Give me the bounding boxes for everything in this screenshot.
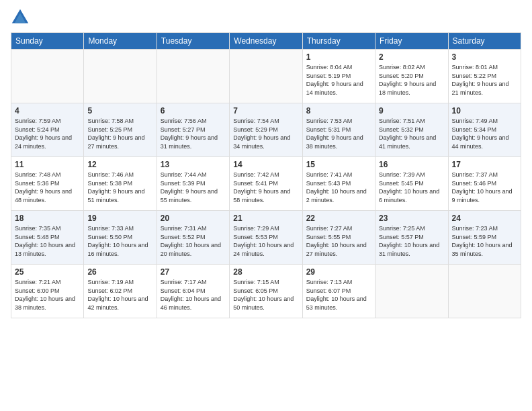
day-info: Sunrise: 7:44 AMSunset: 5:39 PMDaylight:… [161,171,226,204]
day-number: 9 [379,106,444,116]
day-number: 25 [15,267,80,277]
weekday-header: Wednesday [230,33,302,50]
day-info: Sunrise: 7:49 AMSunset: 5:34 PMDaylight:… [452,117,517,150]
calendar-cell: 8Sunrise: 7:53 AMSunset: 5:31 PMDaylight… [302,103,375,157]
calendar-cell [157,50,229,103]
logo-icon [11,8,30,27]
day-number: 23 [379,214,444,223]
day-info: Sunrise: 7:25 AMSunset: 5:57 PMDaylight:… [379,224,444,258]
calendar-cell [448,265,521,318]
calendar: SundayMondayTuesdayWednesdayThursdayFrid… [11,32,521,318]
day-number: 15 [306,160,371,169]
day-info: Sunrise: 7:48 AMSunset: 5:36 PMDaylight:… [15,171,80,204]
calendar-cell: 12Sunrise: 7:46 AMSunset: 5:38 PMDayligh… [84,157,157,211]
day-number: 18 [15,214,80,223]
calendar-cell: 20Sunrise: 7:31 AMSunset: 5:52 PMDayligh… [157,211,229,265]
calendar-week-row: 4Sunrise: 7:59 AMSunset: 5:24 PMDaylight… [11,103,521,157]
calendar-cell: 23Sunrise: 7:25 AMSunset: 5:57 PMDayligh… [375,211,448,265]
weekday-header: Thursday [302,33,375,50]
calendar-week-row: 1Sunrise: 8:04 AMSunset: 5:19 PMDaylight… [11,50,521,103]
day-number: 24 [452,214,517,223]
page: SundayMondayTuesdayWednesdayThursdayFrid… [0,0,532,411]
day-number: 22 [306,214,371,223]
day-number: 6 [161,106,226,116]
day-info: Sunrise: 7:33 AMSunset: 5:50 PMDaylight:… [87,224,152,258]
calendar-cell: 7Sunrise: 7:54 AMSunset: 5:29 PMDaylight… [230,103,302,157]
calendar-cell: 1Sunrise: 8:04 AMSunset: 5:19 PMDaylight… [302,50,375,103]
weekday-header-row: SundayMondayTuesdayWednesdayThursdayFrid… [11,33,521,50]
calendar-cell [230,50,302,103]
calendar-cell: 29Sunrise: 7:13 AMSunset: 6:07 PMDayligh… [302,265,375,318]
calendar-cell: 5Sunrise: 7:58 AMSunset: 5:25 PMDaylight… [84,103,157,157]
calendar-week-row: 18Sunrise: 7:35 AMSunset: 5:48 PMDayligh… [11,211,521,265]
calendar-cell: 17Sunrise: 7:37 AMSunset: 5:46 PMDayligh… [448,157,521,211]
day-number: 19 [87,214,152,223]
calendar-cell: 4Sunrise: 7:59 AMSunset: 5:24 PMDaylight… [11,103,84,157]
calendar-cell [375,265,448,318]
day-number: 16 [379,160,444,169]
day-info: Sunrise: 7:59 AMSunset: 5:24 PMDaylight:… [15,117,80,150]
weekday-header: Tuesday [157,33,229,50]
calendar-cell: 10Sunrise: 7:49 AMSunset: 5:34 PMDayligh… [448,103,521,157]
calendar-cell: 6Sunrise: 7:56 AMSunset: 5:27 PMDaylight… [157,103,229,157]
calendar-cell: 2Sunrise: 8:02 AMSunset: 5:20 PMDaylight… [375,50,448,103]
calendar-cell: 15Sunrise: 7:41 AMSunset: 5:43 PMDayligh… [302,157,375,211]
logo [11,8,32,27]
header [11,8,521,27]
day-number: 8 [306,106,371,116]
day-number: 17 [452,160,517,169]
calendar-cell: 24Sunrise: 7:23 AMSunset: 5:59 PMDayligh… [448,211,521,265]
day-number: 14 [233,160,298,169]
calendar-cell [11,50,84,103]
day-number: 3 [452,52,517,62]
calendar-cell: 11Sunrise: 7:48 AMSunset: 5:36 PMDayligh… [11,157,84,211]
day-number: 26 [87,267,152,277]
calendar-cell [84,50,157,103]
day-number: 1 [306,52,371,62]
calendar-cell: 16Sunrise: 7:39 AMSunset: 5:45 PMDayligh… [375,157,448,211]
day-info: Sunrise: 7:19 AMSunset: 6:02 PMDaylight:… [87,278,152,312]
day-number: 2 [379,52,444,62]
calendar-cell: 28Sunrise: 7:15 AMSunset: 6:05 PMDayligh… [230,265,302,318]
day-info: Sunrise: 8:02 AMSunset: 5:20 PMDaylight:… [379,63,444,97]
day-number: 5 [87,106,152,116]
calendar-cell: 26Sunrise: 7:19 AMSunset: 6:02 PMDayligh… [84,265,157,318]
day-info: Sunrise: 7:35 AMSunset: 5:48 PMDaylight:… [15,224,80,258]
day-number: 7 [233,106,298,116]
day-number: 28 [233,267,298,277]
day-info: Sunrise: 7:27 AMSunset: 5:55 PMDaylight:… [306,224,371,258]
day-number: 4 [15,106,80,116]
day-info: Sunrise: 7:42 AMSunset: 5:41 PMDaylight:… [233,171,298,204]
day-info: Sunrise: 7:29 AMSunset: 5:53 PMDaylight:… [233,224,298,258]
calendar-week-row: 25Sunrise: 7:21 AMSunset: 6:00 PMDayligh… [11,265,521,318]
day-number: 27 [161,267,226,277]
day-info: Sunrise: 7:46 AMSunset: 5:38 PMDaylight:… [87,171,152,204]
calendar-cell: 9Sunrise: 7:51 AMSunset: 5:32 PMDaylight… [375,103,448,157]
calendar-cell: 25Sunrise: 7:21 AMSunset: 6:00 PMDayligh… [11,265,84,318]
day-info: Sunrise: 7:39 AMSunset: 5:45 PMDaylight:… [379,171,444,204]
weekday-header: Monday [84,33,157,50]
day-info: Sunrise: 7:58 AMSunset: 5:25 PMDaylight:… [87,117,152,150]
day-info: Sunrise: 8:04 AMSunset: 5:19 PMDaylight:… [306,63,371,97]
calendar-week-row: 11Sunrise: 7:48 AMSunset: 5:36 PMDayligh… [11,157,521,211]
calendar-cell: 27Sunrise: 7:17 AMSunset: 6:04 PMDayligh… [157,265,229,318]
day-number: 11 [15,160,80,169]
day-info: Sunrise: 8:01 AMSunset: 5:22 PMDaylight:… [452,63,517,97]
day-info: Sunrise: 7:51 AMSunset: 5:32 PMDaylight:… [379,117,444,150]
day-info: Sunrise: 7:41 AMSunset: 5:43 PMDaylight:… [306,171,371,204]
day-info: Sunrise: 7:23 AMSunset: 5:59 PMDaylight:… [452,224,517,258]
day-info: Sunrise: 7:53 AMSunset: 5:31 PMDaylight:… [306,117,371,150]
day-number: 21 [233,214,298,223]
day-info: Sunrise: 7:56 AMSunset: 5:27 PMDaylight:… [161,117,226,150]
calendar-cell: 22Sunrise: 7:27 AMSunset: 5:55 PMDayligh… [302,211,375,265]
day-number: 29 [306,267,371,277]
day-info: Sunrise: 7:31 AMSunset: 5:52 PMDaylight:… [161,224,226,258]
day-number: 20 [161,214,226,223]
day-number: 10 [452,106,517,116]
calendar-cell: 13Sunrise: 7:44 AMSunset: 5:39 PMDayligh… [157,157,229,211]
calendar-cell: 21Sunrise: 7:29 AMSunset: 5:53 PMDayligh… [230,211,302,265]
weekday-header: Sunday [11,33,84,50]
day-info: Sunrise: 7:21 AMSunset: 6:00 PMDaylight:… [15,278,80,312]
day-number: 13 [161,160,226,169]
day-info: Sunrise: 7:13 AMSunset: 6:07 PMDaylight:… [306,278,371,312]
